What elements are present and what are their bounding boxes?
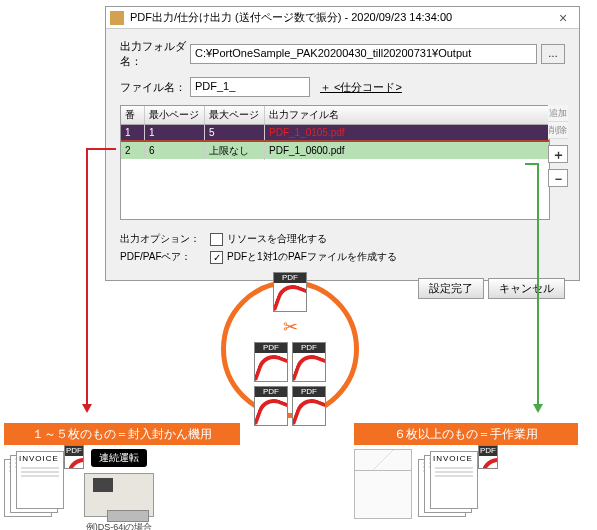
rationalize-checkbox[interactable] <box>210 233 223 246</box>
filename-label: ファイル名： <box>120 80 190 95</box>
pdf-output-dialog: PDF出力/仕分け出力 (送付ページ数で振分) - 2020/09/23 14:… <box>105 6 580 281</box>
filename-input[interactable]: PDF_1_ <box>190 77 310 97</box>
col-file: 出力ファイル名 <box>265 106 549 124</box>
inserter-machine-icon <box>84 473 154 517</box>
scissors-icon: ✂ <box>240 316 340 338</box>
continuous-badge: 連続運転 <box>91 449 147 467</box>
pdf-badge: PDF <box>65 446 83 456</box>
cell-num: 1 <box>121 125 145 140</box>
pdf-icon: PDF <box>478 445 498 469</box>
pdf-icon: PDF <box>273 272 307 312</box>
dialog-footer: 設定完了 キャンセル <box>106 274 579 299</box>
cancel-button[interactable]: キャンセル <box>488 278 565 299</box>
pdf-icon: PDF <box>64 445 84 469</box>
machine-caption: 例)DS-64iの場合 <box>86 521 153 530</box>
invoice-heading: INVOICE <box>17 452 63 465</box>
output-folder-row: 出力フォルダ名： C:¥PortOneSample_PAK20200430_ti… <box>120 39 565 69</box>
table-row[interactable]: 2 6 上限なし PDF_1_0600.pdf <box>121 142 549 159</box>
close-icon[interactable]: × <box>547 10 579 26</box>
table-header: 番 最小ページ 最大ページ 出力ファイル名 <box>121 106 549 125</box>
pdf-badge: PDF <box>293 343 325 353</box>
cell-max: 5 <box>205 125 265 140</box>
machine-col: 連続運転 例)DS-64iの場合 <box>84 449 154 530</box>
pdf-icon: PDF <box>292 386 326 426</box>
pair-label: PDF/PAFペア： <box>120 250 210 264</box>
table-wrap: 番 最小ページ 最大ページ 出力ファイル名 1 1 5 PDF_1_0105.p… <box>120 105 565 220</box>
side-buttons: 追加 削除 ＋ － <box>548 105 568 187</box>
invoice-stack: INVOICE PDF <box>418 449 492 519</box>
table-row[interactable]: 1 1 5 PDF_1_0105.pdf <box>121 125 549 142</box>
pair-checkbox[interactable]: ✓ <box>210 251 223 264</box>
add-row-button[interactable]: 追加 <box>548 105 568 122</box>
col-num: 番 <box>121 106 145 124</box>
pdf-badge: PDF <box>274 273 306 283</box>
pdf-badge: PDF <box>293 387 325 397</box>
col-min: 最小ページ <box>145 106 205 124</box>
cell-min: 1 <box>145 125 205 140</box>
options-area: 出力オプション： リソースを合理化する PDF/PAFペア： ✓ PDFと1対1… <box>120 232 565 264</box>
pdf-icon: PDF <box>254 342 288 382</box>
output-option-row: 出力オプション： リソースを合理化する <box>120 232 565 246</box>
cell-file: PDF_1_0600.pdf <box>265 143 549 158</box>
document-icon: INVOICE <box>16 451 64 509</box>
pdf-badge: PDF <box>479 446 497 456</box>
dialog-body: 出力フォルダ名： C:¥PortOneSample_PAK20200430_ti… <box>106 29 579 274</box>
pdf-icon: PDF <box>254 386 288 426</box>
browse-button[interactable]: … <box>541 44 565 64</box>
minus-button[interactable]: － <box>548 169 568 187</box>
label-left: １～５枚のもの＝封入封かん機用 <box>4 423 240 445</box>
illustration-left: INVOICE PDF 連続運転 例)DS-64iの場合 <box>4 449 244 527</box>
cell-file: PDF_1_0105.pdf <box>265 125 549 140</box>
arrow-red <box>86 148 88 410</box>
filename-row: ファイル名： PDF_1_ ＋ <仕分コード> <box>120 77 565 97</box>
envelope-icon <box>354 449 412 519</box>
illustration-right: INVOICE PDF <box>354 449 594 527</box>
label-right: ６枚以上のもの＝手作業用 <box>354 423 578 445</box>
output-folder-label: 出力フォルダ名： <box>120 39 190 69</box>
cell-num: 2 <box>121 143 145 158</box>
plus-button[interactable]: ＋ <box>548 145 568 163</box>
rules-table: 番 最小ページ 最大ページ 出力ファイル名 1 1 5 PDF_1_0105.p… <box>120 105 550 220</box>
dialog-title: PDF出力/仕分け出力 (送付ページ数で振分) - 2020/09/23 14:… <box>130 10 452 25</box>
invoice-stack: INVOICE PDF <box>4 449 78 519</box>
pdf-paf-row: PDF/PAFペア： ✓ PDFと1対1のPAFファイルを作成する <box>120 250 565 264</box>
ok-button[interactable]: 設定完了 <box>418 278 484 299</box>
table-empty-area <box>121 159 549 219</box>
app-icon <box>110 11 124 25</box>
col-max: 最大ページ <box>205 106 265 124</box>
cell-max: 上限なし <box>205 142 265 160</box>
invoice-heading: INVOICE <box>431 452 477 465</box>
sort-code-link[interactable]: ＋ <仕分コード> <box>320 80 402 95</box>
pair-text: PDFと1対1のPAFファイルを作成する <box>227 250 397 264</box>
pdf-badge: PDF <box>255 387 287 397</box>
rationalize-text: リソースを合理化する <box>227 232 327 246</box>
arrow-green <box>537 163 539 410</box>
output-option-label: 出力オプション： <box>120 232 210 246</box>
pdf-icon: PDF <box>292 342 326 382</box>
pdf-badge: PDF <box>255 343 287 353</box>
output-folder-input[interactable]: C:¥PortOneSample_PAK20200430_till2020073… <box>190 44 537 64</box>
cell-min: 6 <box>145 143 205 158</box>
delete-row-button[interactable]: 削除 <box>548 122 568 139</box>
pdf-split-circle: PDF ✂ PDF PDF PDF PDF <box>221 280 359 418</box>
document-icon: INVOICE <box>430 451 478 509</box>
titlebar: PDF出力/仕分け出力 (送付ページ数で振分) - 2020/09/23 14:… <box>106 7 579 29</box>
